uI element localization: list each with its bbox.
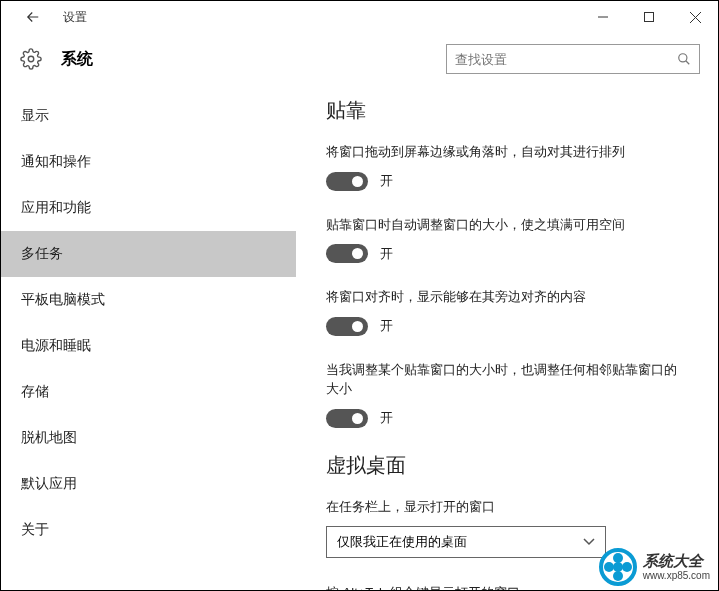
toggle-knob-icon xyxy=(352,413,363,424)
dropdown-value: 仅限我正在使用的桌面 xyxy=(337,533,467,551)
gear-icon xyxy=(20,48,42,70)
section-title: 系统 xyxy=(61,49,93,70)
back-button[interactable] xyxy=(21,5,45,29)
taskbar-show-label: 在任务栏上，显示打开的窗口 xyxy=(326,497,680,517)
snap-setting-label-3: 当我调整某个贴靠窗口的大小时，也调整任何相邻贴靠窗口的大小 xyxy=(326,360,680,399)
maximize-icon xyxy=(644,12,654,22)
sidebar-item-8[interactable]: 默认应用 xyxy=(1,461,296,507)
svg-point-5 xyxy=(679,54,687,62)
snap-group-title: 贴靠 xyxy=(326,97,680,124)
snap-setting-3: 当我调整某个贴靠窗口的大小时，也调整任何相邻贴靠窗口的大小开 xyxy=(326,360,680,428)
virtual-desktop-title: 虚拟桌面 xyxy=(326,452,680,479)
chevron-down-icon xyxy=(583,535,595,549)
snap-toggle-state-3: 开 xyxy=(380,409,393,427)
minimize-button[interactable] xyxy=(580,1,626,33)
sidebar-item-1[interactable]: 通知和操作 xyxy=(1,139,296,185)
content-panel: 贴靠 将窗口拖动到屏幕边缘或角落时，自动对其进行排列开贴靠窗口时自动调整窗口的大… xyxy=(296,85,718,591)
sidebar-item-2[interactable]: 应用和功能 xyxy=(1,185,296,231)
svg-point-4 xyxy=(28,56,34,62)
header: 系统 xyxy=(1,33,718,85)
maximize-button[interactable] xyxy=(626,1,672,33)
watermark-url: www.xp85.com xyxy=(643,570,710,581)
snap-toggle-3[interactable] xyxy=(326,409,368,428)
search-box[interactable] xyxy=(446,44,700,74)
snap-setting-2: 将窗口对齐时，显示能够在其旁边对齐的内容开 xyxy=(326,287,680,336)
svg-line-6 xyxy=(686,61,690,65)
toggle-knob-icon xyxy=(352,248,363,259)
window-controls xyxy=(580,1,718,33)
toggle-knob-icon xyxy=(352,176,363,187)
toggle-knob-icon xyxy=(352,321,363,332)
app-title: 设置 xyxy=(63,9,87,26)
titlebar: 设置 xyxy=(1,1,718,33)
snap-toggle-state-2: 开 xyxy=(380,317,393,335)
sidebar-item-9[interactable]: 关于 xyxy=(1,507,296,553)
sidebar: 显示通知和操作应用和功能多任务平板电脑模式电源和睡眠存储脱机地图默认应用关于 xyxy=(1,85,296,591)
snap-setting-0: 将窗口拖动到屏幕边缘或角落时，自动对其进行排列开 xyxy=(326,142,680,191)
sidebar-item-3[interactable]: 多任务 xyxy=(1,231,296,277)
snap-setting-label-2: 将窗口对齐时，显示能够在其旁边对齐的内容 xyxy=(326,287,680,307)
close-icon xyxy=(690,12,701,23)
taskbar-show-dropdown[interactable]: 仅限我正在使用的桌面 xyxy=(326,526,606,558)
svg-rect-1 xyxy=(645,13,654,22)
watermark-text: 系统大全 xyxy=(643,553,710,570)
sidebar-item-7[interactable]: 脱机地图 xyxy=(1,415,296,461)
snap-toggle-state-0: 开 xyxy=(380,172,393,190)
watermark-icon xyxy=(599,548,637,586)
watermark: 系统大全 www.xp85.com xyxy=(599,548,710,586)
search-icon xyxy=(677,52,691,66)
settings-icon xyxy=(19,47,43,71)
snap-toggle-0[interactable] xyxy=(326,172,368,191)
snap-toggle-state-1: 开 xyxy=(380,245,393,263)
snap-toggle-1[interactable] xyxy=(326,244,368,263)
sidebar-item-5[interactable]: 电源和睡眠 xyxy=(1,323,296,369)
minimize-icon xyxy=(598,12,608,22)
snap-toggle-2[interactable] xyxy=(326,317,368,336)
sidebar-item-6[interactable]: 存储 xyxy=(1,369,296,415)
snap-setting-1: 贴靠窗口时自动调整窗口的大小，使之填满可用空间开 xyxy=(326,215,680,264)
close-button[interactable] xyxy=(672,1,718,33)
snap-setting-label-0: 将窗口拖动到屏幕边缘或角落时，自动对其进行排列 xyxy=(326,142,680,162)
search-input[interactable] xyxy=(455,52,677,67)
snap-setting-label-1: 贴靠窗口时自动调整窗口的大小，使之填满可用空间 xyxy=(326,215,680,235)
sidebar-item-4[interactable]: 平板电脑模式 xyxy=(1,277,296,323)
sidebar-item-0[interactable]: 显示 xyxy=(1,93,296,139)
arrow-left-icon xyxy=(24,8,42,26)
